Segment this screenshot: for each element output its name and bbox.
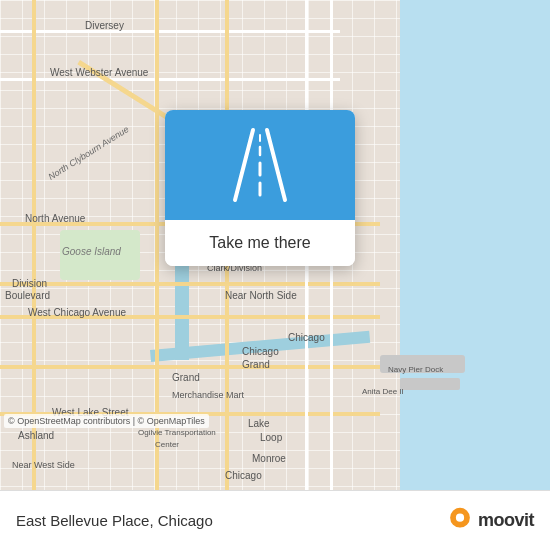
bottom-bar: East Bellevue Place, Chicago moovit (0, 490, 550, 550)
map-attribution: © OpenStreetMap contributors | © OpenMap… (4, 414, 209, 428)
goose-island (60, 230, 140, 280)
grand-road (0, 365, 420, 369)
chicago-ave-road (0, 315, 380, 319)
popup-icon-area (165, 110, 355, 220)
svg-point-7 (456, 513, 464, 521)
take-me-there-button[interactable]: Take me there (165, 220, 355, 266)
moovit-logo: moovit (446, 507, 534, 535)
moovit-pin-icon (446, 507, 474, 535)
lake-michigan (390, 0, 550, 490)
road-svg-icon (225, 125, 295, 205)
division-road (0, 282, 380, 286)
navigation-popup: Take me there (165, 110, 355, 266)
pier-dock (400, 378, 460, 390)
road-icon (225, 125, 295, 205)
webster-road (0, 78, 340, 81)
location-label: East Bellevue Place, Chicago (16, 512, 213, 529)
map-view[interactable]: Diversey West Webster Avenue North Clybo… (0, 0, 550, 490)
diversey-road (0, 30, 340, 33)
navy-pier (380, 355, 465, 373)
svg-line-0 (235, 130, 253, 200)
moovit-brand-text: moovit (478, 510, 534, 531)
svg-line-1 (267, 130, 285, 200)
